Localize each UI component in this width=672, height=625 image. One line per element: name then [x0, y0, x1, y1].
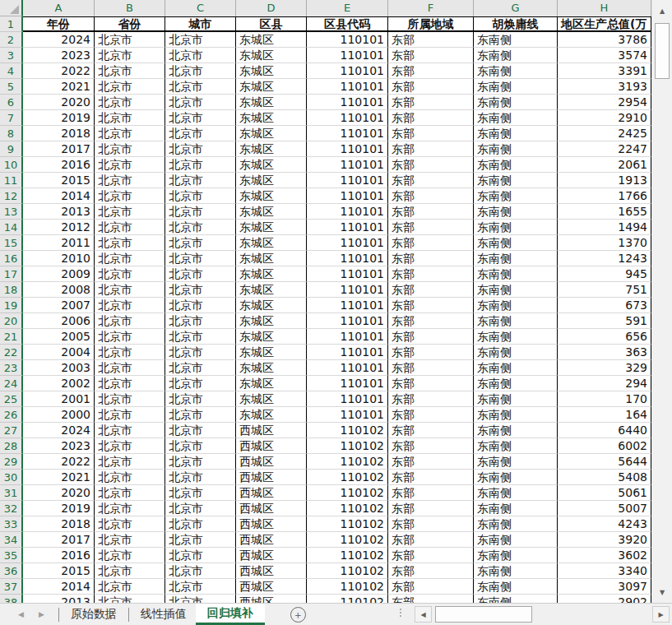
cell-G31[interactable]: 东南侧 [474, 485, 558, 501]
cell-E21[interactable]: 110101 [307, 329, 388, 345]
cell-E33[interactable]: 110102 [307, 516, 388, 532]
cell-H35[interactable]: 3602 [558, 548, 651, 563]
cell-A15[interactable]: 2011 [23, 235, 95, 251]
cell-B11[interactable]: 北京市 [95, 173, 165, 188]
cell-A14[interactable]: 2012 [23, 220, 95, 235]
cell-F19[interactable]: 东部 [388, 298, 474, 313]
cell-D23[interactable]: 东城区 [236, 360, 307, 376]
cell-E12[interactable]: 110101 [307, 188, 388, 204]
cell-C12[interactable]: 北京市 [165, 188, 236, 204]
cell-H33[interactable]: 4243 [558, 516, 651, 532]
cell-F3[interactable]: 东部 [388, 48, 474, 63]
tab-regression-fill[interactable]: 回归填补 [196, 604, 265, 625]
cell-B21[interactable]: 北京市 [95, 329, 165, 345]
column-header-B[interactable]: B [95, 0, 165, 16]
cell-G11[interactable]: 东南侧 [474, 173, 558, 188]
row-header-15[interactable]: 15 [0, 235, 23, 251]
scroll-left-button[interactable]: ◀ [415, 606, 432, 623]
row-header-37[interactable]: 37 [0, 579, 23, 595]
column-header-F[interactable]: F [388, 0, 474, 16]
cell-C10[interactable]: 北京市 [165, 157, 236, 173]
cell-G10[interactable]: 东南侧 [474, 157, 558, 173]
cell-C32[interactable]: 北京市 [165, 501, 236, 516]
row-header-30[interactable]: 30 [0, 470, 23, 485]
cell-C28[interactable]: 北京市 [165, 438, 236, 454]
cell-F17[interactable]: 东部 [388, 266, 474, 282]
cell-C27[interactable]: 北京市 [165, 423, 236, 438]
cell-F2[interactable]: 东部 [388, 32, 474, 48]
cell-E26[interactable]: 110101 [307, 407, 388, 423]
cell-H14[interactable]: 1494 [558, 220, 651, 235]
cell-F27[interactable]: 东部 [388, 423, 474, 438]
cell-F4[interactable]: 东部 [388, 63, 474, 79]
cell-D6[interactable]: 东城区 [236, 95, 307, 110]
row-header-29[interactable]: 29 [0, 454, 23, 470]
cell-G22[interactable]: 东南侧 [474, 345, 558, 360]
cell-H25[interactable]: 170 [558, 391, 651, 407]
cell-E7[interactable]: 110101 [307, 110, 388, 126]
scroll-right-button[interactable]: ▶ [652, 606, 670, 623]
cell-C36[interactable]: 北京市 [165, 563, 236, 579]
cell-E14[interactable]: 110101 [307, 220, 388, 235]
row-header-19[interactable]: 19 [0, 298, 23, 313]
cell-B17[interactable]: 北京市 [95, 266, 165, 282]
cell-E24[interactable]: 110101 [307, 376, 388, 391]
cell-D16[interactable]: 东城区 [236, 251, 307, 266]
cell-A17[interactable]: 2009 [23, 266, 95, 282]
cell-C20[interactable]: 北京市 [165, 313, 236, 329]
cell-D2[interactable]: 东城区 [236, 32, 307, 48]
row-header-20[interactable]: 20 [0, 313, 23, 329]
cell-F34[interactable]: 东部 [388, 532, 474, 548]
cell-B6[interactable]: 北京市 [95, 95, 165, 110]
row-header-25[interactable]: 25 [0, 391, 23, 407]
cell-G25[interactable]: 东南侧 [474, 391, 558, 407]
cell-D19[interactable]: 东城区 [236, 298, 307, 313]
cell-B31[interactable]: 北京市 [95, 485, 165, 501]
cell-G32[interactable]: 东南侧 [474, 501, 558, 516]
sheet-nav-left-icon[interactable]: ◀ [18, 610, 24, 618]
row-header-31[interactable]: 31 [0, 485, 23, 501]
cell-H17[interactable]: 945 [558, 266, 651, 282]
cell-E20[interactable]: 110101 [307, 313, 388, 329]
cell-D8[interactable]: 东城区 [236, 126, 307, 141]
cell-H28[interactable]: 6002 [558, 438, 651, 454]
cell-H23[interactable]: 329 [558, 360, 651, 376]
row-header-17[interactable]: 17 [0, 266, 23, 282]
cell-B1[interactable]: 省份 [95, 16, 165, 32]
cell-F36[interactable]: 东部 [388, 563, 474, 579]
cell-H30[interactable]: 5408 [558, 470, 651, 485]
vertical-scrollbar-thumb[interactable] [655, 23, 670, 79]
cell-F31[interactable]: 东部 [388, 485, 474, 501]
cell-B2[interactable]: 北京市 [95, 32, 165, 48]
cell-B25[interactable]: 北京市 [95, 391, 165, 407]
cell-E13[interactable]: 110101 [307, 204, 388, 220]
cell-A1[interactable]: 年份 [23, 16, 95, 32]
cell-E27[interactable]: 110102 [307, 423, 388, 438]
cell-G15[interactable]: 东南侧 [474, 235, 558, 251]
cell-D9[interactable]: 东城区 [236, 141, 307, 157]
cell-C29[interactable]: 北京市 [165, 454, 236, 470]
cell-C14[interactable]: 北京市 [165, 220, 236, 235]
cell-A26[interactable]: 2000 [23, 407, 95, 423]
cell-C5[interactable]: 北京市 [165, 79, 236, 95]
cell-F16[interactable]: 东部 [388, 251, 474, 266]
cell-D25[interactable]: 东城区 [236, 391, 307, 407]
row-header-16[interactable]: 16 [0, 251, 23, 266]
cell-A28[interactable]: 2023 [23, 438, 95, 454]
row-header-26[interactable]: 26 [0, 407, 23, 423]
cell-A6[interactable]: 2020 [23, 95, 95, 110]
column-header-D[interactable]: D [236, 0, 307, 16]
cell-H26[interactable]: 164 [558, 407, 651, 423]
tab-linear-interpolation[interactable]: 线性插值 [132, 604, 196, 625]
cell-G27[interactable]: 东南侧 [474, 423, 558, 438]
cell-B33[interactable]: 北京市 [95, 516, 165, 532]
cell-C13[interactable]: 北京市 [165, 204, 236, 220]
cell-F25[interactable]: 东部 [388, 391, 474, 407]
cell-D21[interactable]: 东城区 [236, 329, 307, 345]
cell-E18[interactable]: 110101 [307, 282, 388, 298]
cell-C25[interactable]: 北京市 [165, 391, 236, 407]
cell-G5[interactable]: 东南侧 [474, 79, 558, 95]
cell-B28[interactable]: 北京市 [95, 438, 165, 454]
cell-F20[interactable]: 东部 [388, 313, 474, 329]
cell-E31[interactable]: 110102 [307, 485, 388, 501]
